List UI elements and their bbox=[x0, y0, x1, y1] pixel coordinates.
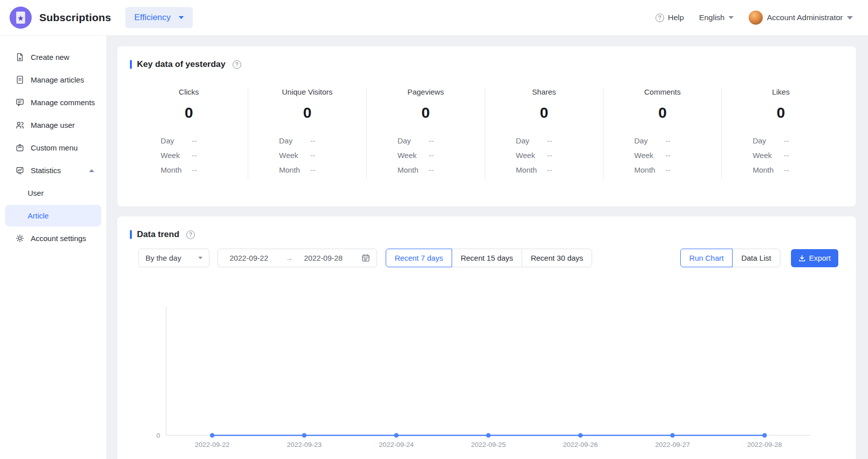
metric-value: 0 bbox=[722, 104, 840, 121]
recent-15-days-button[interactable]: Recent 15 days bbox=[452, 249, 522, 267]
data-list-button[interactable]: Data List bbox=[732, 249, 780, 267]
comment-icon bbox=[15, 98, 25, 107]
svg-text:2022-09-26: 2022-09-26 bbox=[563, 441, 598, 448]
briefcase-icon bbox=[15, 143, 25, 152]
download-icon bbox=[799, 255, 806, 262]
sidebar-item-user[interactable]: User bbox=[5, 182, 101, 204]
sidebar-item-label: Create new bbox=[31, 53, 69, 61]
help-button[interactable]: ? Help bbox=[656, 13, 684, 22]
metric-pageviews: Pageviews 0 Day-- Week-- Month-- bbox=[367, 88, 485, 179]
metric-label: Clicks bbox=[130, 88, 248, 96]
top-header: Subscriptions Efficiency ? Help English … bbox=[0, 0, 868, 35]
stat-label: Week bbox=[753, 151, 784, 160]
workspace-label: Efficiency bbox=[134, 13, 171, 23]
stat-value: -- bbox=[547, 136, 552, 145]
sidebar-item-label: Account settings bbox=[31, 234, 86, 243]
sidebar-item-label: Custom menu bbox=[31, 143, 78, 152]
svg-text:2022-09-22: 2022-09-22 bbox=[195, 441, 230, 448]
end-date: 2022-09-28 bbox=[304, 254, 343, 262]
help-icon: ? bbox=[656, 14, 664, 22]
help-icon[interactable]: ? bbox=[186, 231, 195, 239]
recent-30-days-button[interactable]: Recent 30 days bbox=[522, 249, 592, 267]
sidebar-item-label: Manage articles bbox=[31, 75, 84, 84]
stat-label: Month bbox=[516, 166, 547, 174]
metric-label: Unique Visitors bbox=[248, 88, 366, 96]
help-icon[interactable]: ? bbox=[233, 60, 241, 69]
granularity-select[interactable]: By the day bbox=[138, 249, 209, 267]
stat-label: Day bbox=[516, 136, 547, 145]
app-logo-icon bbox=[9, 6, 32, 29]
sidebar: Create new Manage articles Manage commen… bbox=[0, 35, 107, 459]
stat-value: -- bbox=[547, 151, 552, 160]
stat-label: Day bbox=[397, 136, 428, 145]
metric-value: 0 bbox=[130, 104, 248, 121]
granularity-value: By the day bbox=[146, 254, 181, 262]
stat-value: -- bbox=[666, 166, 671, 174]
stat-label: Day bbox=[634, 136, 666, 145]
range-button-group: Recent 7 days Recent 15 days Recent 30 d… bbox=[386, 249, 592, 267]
app-title: Subscriptions bbox=[39, 12, 111, 24]
chart-canvas: 02022-09-222022-09-232022-09-242022-09-2… bbox=[137, 304, 842, 455]
chart-board-icon bbox=[15, 166, 25, 175]
stat-value: -- bbox=[547, 166, 552, 174]
chevron-up-icon[interactable] bbox=[89, 169, 94, 172]
sidebar-item-label: Manage comments bbox=[31, 98, 95, 107]
chevron-down-icon bbox=[198, 257, 202, 259]
account-menu[interactable]: Account Administrator bbox=[749, 11, 853, 25]
metric-shares: Shares 0 Day-- Week-- Month-- bbox=[485, 88, 604, 179]
sidebar-item-manage-user[interactable]: Manage user bbox=[5, 114, 101, 136]
svg-text:2022-09-23: 2022-09-23 bbox=[287, 441, 322, 448]
metric-value: 0 bbox=[604, 104, 721, 121]
sidebar-item-article[interactable]: Article bbox=[5, 205, 101, 226]
stat-value: -- bbox=[192, 136, 197, 145]
chevron-down-icon bbox=[729, 16, 734, 19]
sidebar-item-create-new[interactable]: Create new bbox=[5, 46, 101, 68]
stat-value: -- bbox=[428, 136, 433, 145]
sidebar-item-manage-articles[interactable]: Manage articles bbox=[5, 69, 101, 91]
stat-label: Day bbox=[753, 136, 784, 145]
export-button[interactable]: Export bbox=[791, 249, 838, 267]
metric-clicks: Clicks 0 Day-- Week-- Month-- bbox=[130, 88, 248, 179]
chevron-down-icon bbox=[179, 16, 184, 19]
stat-value: -- bbox=[784, 151, 789, 160]
stat-label: Day bbox=[161, 136, 192, 145]
users-icon bbox=[15, 120, 25, 130]
key-data-panel: Key data of yesterday ? Clicks 0 Day-- W… bbox=[117, 46, 856, 206]
stat-value: -- bbox=[666, 136, 671, 145]
svg-text:2022-09-27: 2022-09-27 bbox=[655, 441, 690, 448]
stat-value: -- bbox=[310, 166, 315, 174]
arrow-right-icon: → bbox=[285, 254, 293, 262]
stat-value: -- bbox=[310, 136, 315, 145]
metric-label: Shares bbox=[485, 88, 603, 96]
svg-text:0: 0 bbox=[157, 432, 160, 439]
file-plus-icon bbox=[15, 52, 25, 62]
avatar bbox=[749, 11, 763, 25]
metric-likes: Likes 0 Day-- Week-- Month-- bbox=[722, 88, 840, 179]
section-title: Key data of yesterday bbox=[137, 59, 226, 69]
metric-comments: Comments 0 Day-- Week-- Month-- bbox=[604, 88, 722, 179]
data-trend-title-row: Data trend ? bbox=[117, 230, 856, 240]
metric-label: Likes bbox=[722, 88, 840, 96]
recent-7-days-button[interactable]: Recent 7 days bbox=[386, 249, 452, 267]
date-range-picker[interactable]: 2022-09-22 → 2022-09-28 bbox=[218, 249, 377, 267]
run-chart-button[interactable]: Run Chart bbox=[680, 249, 733, 267]
sidebar-item-manage-comments[interactable]: Manage comments bbox=[5, 92, 101, 113]
sidebar-item-label: Manage user bbox=[31, 121, 75, 129]
stat-value: -- bbox=[784, 166, 789, 174]
gear-icon bbox=[15, 234, 25, 243]
workspace-switcher[interactable]: Efficiency bbox=[125, 7, 193, 28]
help-label: Help bbox=[668, 13, 684, 22]
data-trend-panel: Data trend ? By the day 2022-09-22 → 202… bbox=[117, 216, 856, 459]
sidebar-item-custom-menu[interactable]: Custom menu bbox=[5, 137, 101, 159]
sidebar-item-statistics[interactable]: Statistics bbox=[5, 160, 101, 181]
metric-label: Pageviews bbox=[367, 88, 484, 96]
language-selector[interactable]: English bbox=[699, 13, 734, 22]
file-text-icon bbox=[15, 75, 25, 85]
sidebar-item-account-settings[interactable]: Account settings bbox=[5, 227, 101, 249]
title-accent-bar bbox=[130, 230, 132, 239]
stat-label: Day bbox=[279, 136, 310, 145]
svg-text:2022-09-24: 2022-09-24 bbox=[379, 441, 414, 448]
account-name: Account Administrator bbox=[767, 13, 843, 22]
stat-value: -- bbox=[666, 151, 671, 160]
key-data-title-row: Key data of yesterday ? bbox=[130, 59, 840, 69]
